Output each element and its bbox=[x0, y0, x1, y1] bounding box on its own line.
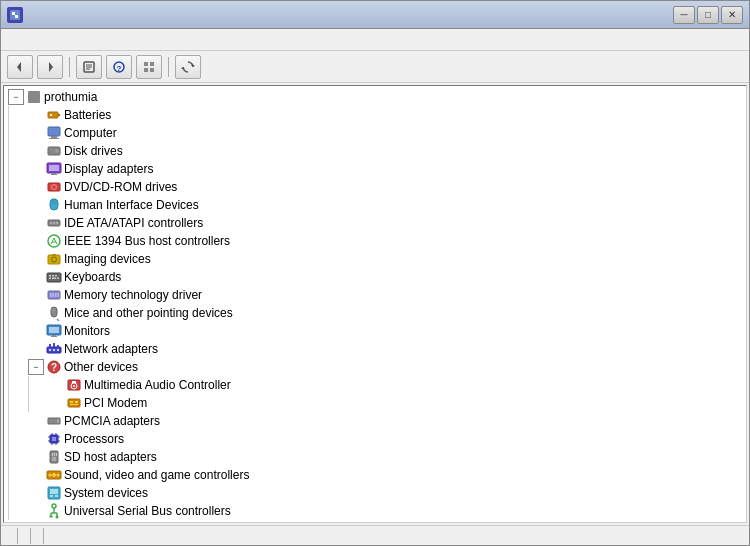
item-label: Multimedia Audio Controller bbox=[84, 378, 231, 392]
item-icon bbox=[46, 503, 62, 519]
item-icon bbox=[46, 323, 62, 339]
svg-rect-106 bbox=[50, 495, 53, 497]
item-label: IDE ATA/ATAPI controllers bbox=[64, 216, 203, 230]
tree-item-universal-serial-bus-controllers[interactable]: Universal Serial Bus controllers bbox=[6, 502, 744, 520]
help-button[interactable]: ? bbox=[106, 55, 132, 79]
status-bar bbox=[1, 525, 749, 545]
svg-rect-66 bbox=[49, 344, 51, 348]
svg-point-70 bbox=[53, 349, 55, 351]
item-icon bbox=[66, 377, 82, 393]
tree-item-keyboards[interactable]: Keyboards bbox=[6, 268, 744, 286]
svg-rect-47 bbox=[52, 275, 54, 277]
tree-item-dvd-cd-rom-drives[interactable]: DVD/CD-ROM drives bbox=[6, 178, 744, 196]
expander-16 bbox=[48, 376, 64, 395]
svg-rect-95 bbox=[52, 457, 56, 461]
item-label: Display adapters bbox=[64, 162, 153, 176]
svg-rect-20 bbox=[50, 114, 52, 116]
tree-item-computer[interactable]: Computer bbox=[6, 124, 744, 142]
tree-item-network-adapters[interactable]: Network adapters bbox=[6, 340, 744, 358]
item-icon bbox=[46, 251, 62, 267]
svg-rect-18 bbox=[48, 112, 58, 118]
svg-marker-4 bbox=[49, 62, 53, 72]
item-icon bbox=[46, 197, 62, 213]
expander-2 bbox=[28, 124, 44, 143]
maximize-button[interactable]: □ bbox=[697, 6, 719, 24]
forward-button[interactable] bbox=[37, 55, 63, 79]
refresh-button[interactable] bbox=[175, 55, 201, 79]
item-label: System devices bbox=[64, 486, 148, 500]
svg-rect-2 bbox=[15, 15, 18, 18]
svg-marker-16 bbox=[181, 67, 185, 69]
tree-item-pcmcia-adapters[interactable]: PCMCIA adapters bbox=[6, 412, 744, 430]
svg-rect-48 bbox=[55, 275, 57, 277]
status-seg-1 bbox=[5, 528, 18, 544]
minimize-button[interactable]: ─ bbox=[673, 6, 695, 24]
tree-item-ieee-1394-bus-host-controllers[interactable]: IEEE 1394 Bus host controllers bbox=[6, 232, 744, 250]
item-icon bbox=[46, 125, 62, 141]
tree-item-sound--video-and-game-controllers[interactable]: Sound, video and game controllers bbox=[6, 466, 744, 484]
svg-point-40 bbox=[48, 235, 60, 247]
item-icon bbox=[46, 305, 62, 321]
tree-item-processors[interactable]: Processors bbox=[6, 430, 744, 448]
expander-21 bbox=[28, 466, 44, 485]
tree-item-ide-ata-atapi-controllers[interactable]: IDE ATA/ATAPI controllers bbox=[6, 214, 744, 232]
svg-rect-22 bbox=[51, 136, 57, 138]
menu-file[interactable] bbox=[5, 38, 21, 42]
svg-rect-11 bbox=[144, 62, 148, 66]
item-label: Computer bbox=[64, 126, 117, 140]
svg-rect-21 bbox=[48, 127, 60, 136]
back-button[interactable] bbox=[7, 55, 33, 79]
tree-item-other-devices[interactable]: − ? Other devices bbox=[6, 358, 744, 376]
expander-7 bbox=[28, 214, 44, 233]
svg-rect-49 bbox=[49, 278, 51, 280]
expander-3 bbox=[28, 142, 44, 161]
tree-item-imaging-devices[interactable]: Imaging devices bbox=[6, 250, 744, 268]
svg-rect-68 bbox=[57, 345, 59, 348]
tree-item-memory-technology-driver[interactable]: Memory technology driver bbox=[6, 286, 744, 304]
tree-item-human-interface-devices[interactable]: Human Interface Devices bbox=[6, 196, 744, 214]
tree-item-disk-drives[interactable]: Disk drives bbox=[6, 142, 744, 160]
properties-button[interactable] bbox=[76, 55, 102, 79]
svg-rect-105 bbox=[50, 489, 58, 494]
tree-item-monitors[interactable]: Monitors bbox=[6, 322, 744, 340]
device-tree[interactable]: − prothumia Batteries Computer Disk driv… bbox=[3, 85, 747, 523]
tree-item-batteries[interactable]: Batteries bbox=[6, 106, 744, 124]
tree-item-prothumia[interactable]: − prothumia bbox=[6, 88, 744, 106]
svg-rect-96 bbox=[52, 453, 53, 456]
expander-15[interactable]: − bbox=[28, 359, 44, 375]
item-icon bbox=[46, 233, 62, 249]
item-label: DVD/CD-ROM drives bbox=[64, 180, 177, 194]
view-button[interactable] bbox=[136, 55, 162, 79]
tree-item-multimedia-audio-controller[interactable]: Multimedia Audio Controller bbox=[6, 376, 744, 394]
svg-rect-13 bbox=[144, 68, 148, 72]
expander-1 bbox=[28, 106, 44, 125]
menu-view[interactable] bbox=[37, 38, 53, 42]
tree-item-pci-modem[interactable]: PCI Modem bbox=[6, 394, 744, 412]
item-icon bbox=[46, 269, 62, 285]
item-icon bbox=[66, 395, 82, 411]
expander-0[interactable]: − bbox=[8, 89, 24, 105]
menu-help[interactable] bbox=[53, 38, 69, 42]
expander-11 bbox=[28, 286, 44, 305]
svg-rect-81 bbox=[70, 404, 78, 405]
svg-rect-113 bbox=[50, 516, 53, 518]
item-label: Disk drives bbox=[64, 144, 123, 158]
expander-12 bbox=[28, 304, 44, 323]
svg-rect-62 bbox=[49, 327, 59, 333]
svg-rect-42 bbox=[48, 255, 60, 264]
svg-rect-12 bbox=[150, 62, 154, 66]
tree-item-mice-and-other-pointing-devices[interactable]: Mice and other pointing devices bbox=[6, 304, 744, 322]
title-bar: ─ □ ✕ bbox=[1, 1, 749, 29]
item-label: PCMCIA adapters bbox=[64, 414, 160, 428]
tree-item-sd-host-adapters[interactable]: SD host adapters bbox=[6, 448, 744, 466]
svg-text:?: ? bbox=[51, 362, 57, 373]
item-icon bbox=[46, 179, 62, 195]
item-label: Keyboards bbox=[64, 270, 121, 284]
svg-rect-97 bbox=[54, 453, 55, 456]
close-button[interactable]: ✕ bbox=[721, 6, 743, 24]
svg-rect-19 bbox=[58, 114, 60, 116]
menu-action[interactable] bbox=[21, 38, 37, 42]
tree-item-system-devices[interactable]: System devices bbox=[6, 484, 744, 502]
expander-18 bbox=[28, 412, 44, 431]
tree-item-display-adapters[interactable]: Display adapters bbox=[6, 160, 744, 178]
